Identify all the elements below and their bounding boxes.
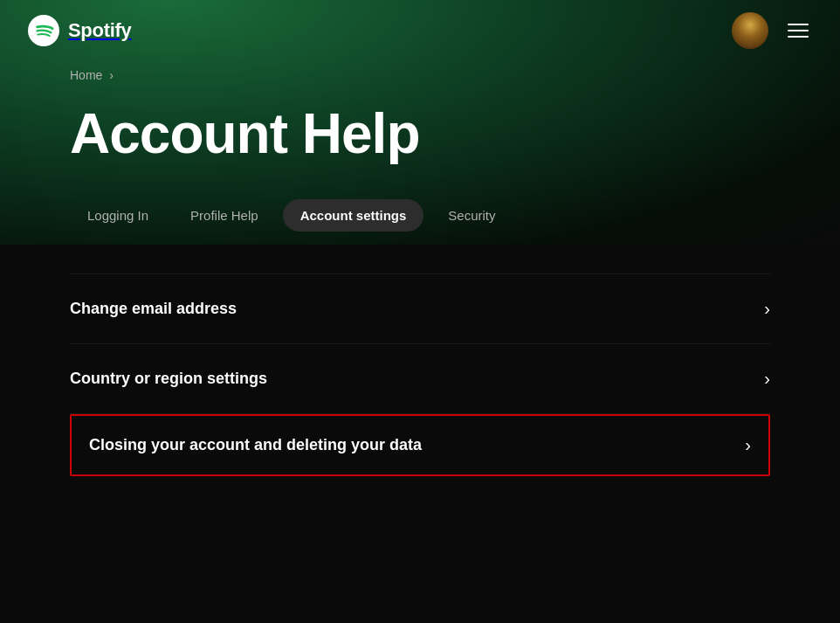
- hamburger-line-2: [788, 30, 809, 31]
- list-item-label-change-email: Change email address: [70, 300, 237, 318]
- list-item-label-close-account: Closing your account and deleting your d…: [89, 436, 422, 454]
- list-item-change-email[interactable]: Change email address›: [70, 273, 770, 344]
- spotify-icon: [28, 15, 59, 46]
- tab-profile-help[interactable]: Profile Help: [173, 199, 276, 232]
- hamburger-line-1: [788, 24, 809, 25]
- breadcrumb: Home ›: [70, 61, 770, 82]
- page-title: Account Help: [70, 103, 770, 164]
- chevron-right-icon-country-region: ›: [764, 369, 770, 389]
- avatar-image: [732, 12, 768, 49]
- spotify-wordmark: Spotify: [68, 19, 131, 42]
- avatar[interactable]: [732, 12, 768, 49]
- hamburger-menu-icon[interactable]: [784, 20, 812, 41]
- chevron-right-icon-change-email: ›: [764, 299, 770, 319]
- navbar-left: Spotify: [28, 15, 131, 46]
- hamburger-line-3: [788, 36, 809, 38]
- items-list: Change email address›Country or region s…: [70, 273, 770, 476]
- list-item-close-account[interactable]: Closing your account and deleting your d…: [70, 414, 770, 476]
- list-item-country-region[interactable]: Country or region settings›: [70, 344, 770, 414]
- navbar: Spotify: [0, 0, 840, 61]
- list-item-label-country-region: Country or region settings: [70, 370, 267, 388]
- tab-logging-in[interactable]: Logging In: [70, 199, 166, 232]
- chevron-right-icon-close-account: ›: [745, 435, 751, 455]
- breadcrumb-chevron-icon: ›: [109, 68, 114, 82]
- tab-account-settings[interactable]: Account settings: [283, 199, 424, 232]
- tab-security[interactable]: Security: [430, 199, 513, 232]
- main-content: Home › Account Help Logging InProfile He…: [0, 61, 840, 476]
- breadcrumb-home-link[interactable]: Home: [70, 68, 102, 82]
- spotify-logo[interactable]: Spotify: [28, 15, 131, 46]
- navbar-right: [732, 12, 812, 49]
- tabs-container: Logging InProfile HelpAccount settingsSe…: [70, 199, 770, 232]
